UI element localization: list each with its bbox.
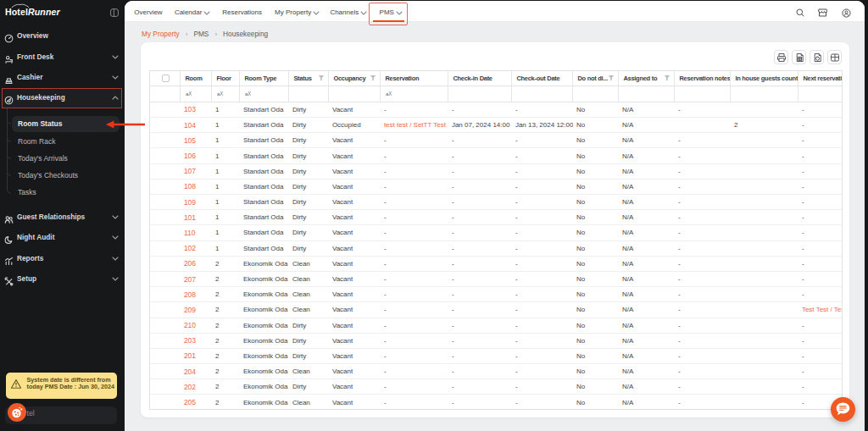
- svg-text:a: a: [386, 91, 389, 97]
- svg-text:a: a: [245, 91, 248, 97]
- svg-text:a: a: [217, 91, 220, 97]
- svg-text:a: a: [186, 91, 189, 97]
